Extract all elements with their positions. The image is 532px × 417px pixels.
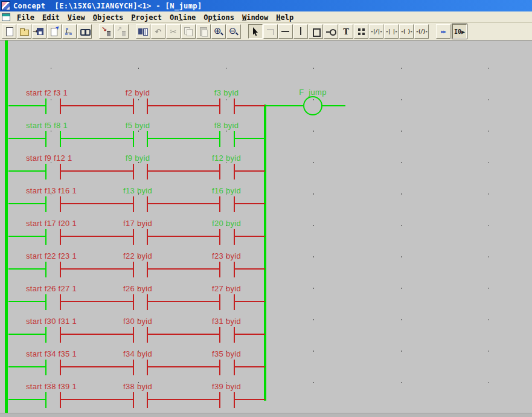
rung-7-contact-2-bar[interactable] — [133, 294, 134, 310]
rung-2-contact-1-bar[interactable] — [60, 131, 61, 147]
rung-4-contact-2-label[interactable]: f13 byid — [101, 186, 174, 195]
document-properties-button[interactable] — [47, 24, 62, 39]
menu-item-online[interactable]: Online — [168, 13, 197, 22]
rung-10-contact-2-bar[interactable] — [147, 392, 148, 408]
rung-9-contact-1-bar[interactable] — [45, 360, 46, 375]
nc-contact-button[interactable]: -|/|- — [369, 24, 383, 39]
upload-changes-button[interactable] — [114, 24, 129, 39]
menu-item-project[interactable]: Project — [129, 13, 164, 22]
rung-7-contact-3-bar[interactable] — [234, 294, 235, 310]
rung-6-contact-2-bar[interactable] — [147, 262, 148, 277]
connect-to-plc-button[interactable] — [136, 24, 150, 39]
rung-5-contact-1-label[interactable]: start f17 f20 1 — [26, 219, 77, 228]
rung-8-contact-2-label[interactable]: f30 byid — [101, 317, 174, 326]
rung-2-contact-3-label[interactable]: f8 byid — [190, 121, 263, 130]
rung-3-contact-2-bar[interactable] — [133, 164, 134, 179]
rung-1-contact-1-label[interactable]: start f2 f3 1 — [26, 88, 68, 97]
output-coil-label[interactable]: F jump — [277, 88, 349, 97]
rung-3-contact-3-bar[interactable] — [219, 164, 220, 179]
rung-7-contact-1-bar[interactable] — [60, 294, 61, 310]
rung-2-contact-1-label[interactable]: start f5 f8 1 — [26, 121, 68, 130]
rung-3-contact-2-bar[interactable] — [147, 164, 148, 179]
rung-9-contact-3-bar[interactable] — [219, 360, 220, 375]
document-window-icon[interactable] — [2, 13, 10, 21]
rung-6-contact-3-bar[interactable] — [219, 262, 220, 277]
rung-7-contact-1-label[interactable]: start f26 f27 1 — [26, 284, 77, 293]
menu-item-objects[interactable]: Objects — [91, 13, 126, 22]
rung-3-contact-3-bar[interactable] — [234, 164, 235, 179]
rung-8-contact-1-label[interactable]: start f30 f31 1 — [26, 317, 77, 326]
block-library-button[interactable] — [354, 24, 368, 39]
rung-6-contact-2-bar[interactable] — [133, 262, 134, 277]
rung-1-contact-1-bar[interactable] — [60, 99, 61, 114]
rung-4-contact-3-bar[interactable] — [234, 196, 235, 212]
undo-button[interactable]: ↶ — [151, 24, 165, 39]
io-map-button[interactable]: I0▶ — [452, 24, 467, 39]
rung-5-contact-2-bar[interactable] — [133, 229, 134, 245]
rung-6-contact-3-bar[interactable] — [234, 262, 235, 277]
rung-1-contact-3-label[interactable]: f3 byid — [190, 88, 263, 97]
rung-7-contact-2-bar[interactable] — [147, 294, 148, 310]
cut-button[interactable]: ✂ — [166, 24, 181, 39]
rung-8-contact-2-bar[interactable] — [133, 327, 134, 343]
rung-8-contact-1-bar[interactable] — [45, 327, 46, 343]
rung-7-contact-3-label[interactable]: f27 byid — [190, 284, 263, 293]
rung-1-contact-1-bar[interactable] — [45, 99, 46, 114]
rung-2-contact-3-bar[interactable] — [234, 131, 235, 147]
rung-9-contact-2-bar[interactable] — [133, 360, 134, 375]
new-document-button[interactable] — [2, 24, 16, 39]
rung-9-contact-2-label[interactable]: f34 byid — [101, 349, 174, 358]
rung-2-contact-3-bar[interactable] — [219, 131, 220, 147]
rung-10-contact-2-label[interactable]: f38 byid — [101, 382, 174, 391]
rung-5-contact-3-label[interactable]: f20 byid — [190, 219, 263, 228]
rung-10-contact-1-label[interactable]: start f38 f39 1 — [26, 382, 77, 391]
rung-2-contact-2-bar[interactable] — [133, 131, 134, 147]
menu-item-options[interactable]: Options — [202, 13, 236, 22]
rung-10-contact-2-bar[interactable] — [133, 392, 134, 408]
paste-button[interactable] — [196, 24, 211, 39]
menu-item-help[interactable]: Help — [274, 13, 295, 22]
rung-6-contact-1-bar[interactable] — [60, 262, 61, 277]
copy-button[interactable] — [181, 24, 196, 39]
rung-5-contact-1-bar[interactable] — [45, 229, 46, 245]
rung-9-contact-3-label[interactable]: f35 byid — [190, 349, 263, 358]
no-contact-button[interactable]: -| |- — [384, 24, 399, 39]
rung-10-contact-1-bar[interactable] — [45, 392, 46, 408]
horizontal-line-button[interactable] — [278, 24, 293, 39]
output-coil[interactable] — [303, 96, 322, 115]
rung-2-contact-1-bar[interactable] — [45, 131, 46, 147]
negated-coil-button[interactable]: -(/)- — [414, 24, 429, 39]
rung-1-contact-3-bar[interactable] — [234, 99, 235, 114]
rung-8-contact-2-bar[interactable] — [147, 327, 148, 343]
rung-2-contact-2-bar[interactable] — [147, 131, 148, 147]
coil-button[interactable]: -( )- — [399, 24, 414, 39]
rung-3-contact-2-label[interactable]: f9 byid — [101, 154, 174, 163]
search-button[interactable] — [77, 24, 92, 39]
rung-1-contact-2-label[interactable]: f2 byid — [101, 88, 174, 97]
rung-5-contact-3-bar[interactable] — [234, 229, 235, 245]
rung-3-contact-1-label[interactable]: start f9 f12 1 — [26, 154, 72, 163]
rung-4-contact-2-bar[interactable] — [147, 196, 148, 212]
rung-4-contact-2-bar[interactable] — [133, 196, 134, 212]
rung-8-contact-1-bar[interactable] — [60, 327, 61, 343]
menu-item-view[interactable]: View — [66, 13, 87, 22]
rung-4-contact-1-bar[interactable] — [45, 196, 46, 212]
rung-9-contact-3-bar[interactable] — [234, 360, 235, 375]
rung-3-contact-1-bar[interactable] — [45, 164, 46, 179]
zoom-in-button[interactable] — [211, 24, 226, 39]
rung-6-contact-2-label[interactable]: f22 byid — [101, 251, 174, 260]
zoom-out-button[interactable] — [226, 24, 241, 39]
rung-9-contact-1-label[interactable]: start f34 f35 1 — [26, 349, 77, 358]
rung-8-contact-3-bar[interactable] — [219, 327, 220, 343]
rung-6-contact-1-bar[interactable] — [45, 262, 46, 277]
text-tool-button[interactable]: T — [339, 24, 353, 39]
rung-10-contact-3-bar[interactable] — [234, 392, 235, 408]
project-browser-button[interactable] — [62, 24, 77, 39]
rung-1-contact-2-bar[interactable] — [147, 99, 148, 114]
rung-7-contact-3-bar[interactable] — [219, 294, 220, 310]
function-block-button[interactable] — [309, 24, 323, 39]
rung-8-contact-3-label[interactable]: f31 byid — [190, 317, 263, 326]
rung-4-contact-3-bar[interactable] — [219, 196, 220, 212]
rung-10-contact-3-bar[interactable] — [219, 392, 220, 408]
rung-7-contact-2-label[interactable]: f26 byid — [101, 284, 174, 293]
